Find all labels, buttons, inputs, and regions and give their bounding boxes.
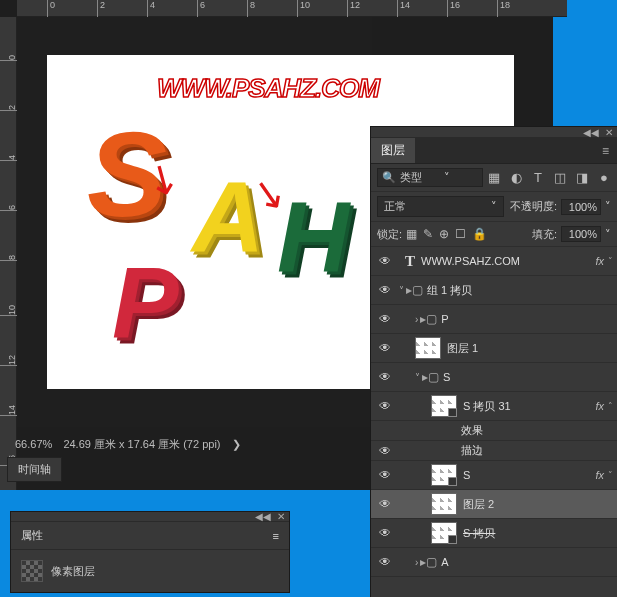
search-icon: 🔍 — [382, 171, 396, 184]
layers-panel: ◀◀ ✕ 图层 ≡ 🔍 ˅ ▦◐T◫◨● 正常 ˅ 不透明度: 100% ˅ 锁… — [370, 126, 617, 597]
filter-type-icon[interactable]: T — [531, 170, 545, 185]
visibility-toggle[interactable]: 👁 — [375, 312, 395, 326]
close-icon[interactable]: ✕ — [605, 127, 613, 138]
lock-option-icon[interactable]: ☐ — [455, 227, 466, 241]
layer-name[interactable]: WWW.PSAHZ.COM — [421, 255, 595, 267]
ruler-tick: 2 — [97, 0, 105, 17]
layer-thumbnail[interactable] — [431, 395, 457, 417]
visibility-toggle[interactable]: 👁 — [375, 399, 395, 413]
properties-title: 属性 — [21, 528, 43, 543]
fill-value[interactable]: 100% — [561, 226, 601, 242]
layer-name[interactable]: 组 1 拷贝 — [427, 283, 617, 298]
filter-type-icon[interactable]: ▦ — [487, 170, 501, 185]
lock-option-icon[interactable]: 🔒 — [472, 227, 487, 241]
layer-row[interactable]: 👁图层 2 — [371, 490, 617, 519]
filter-type-icon[interactable]: ◫ — [553, 170, 567, 185]
expand-toggle[interactable]: ˅ — [415, 372, 420, 383]
opacity-value[interactable]: 100% — [561, 199, 601, 215]
fx-badge[interactable]: fx — [595, 400, 604, 412]
panel-handle[interactable]: ◀◀ ✕ — [371, 127, 617, 138]
smart-object-badge — [448, 477, 457, 486]
folder-icon: ▸▢ — [406, 283, 423, 297]
filter-kind-select[interactable] — [400, 172, 440, 184]
layer-name[interactable]: 图层 1 — [447, 341, 617, 356]
visibility-toggle[interactable]: 👁 — [375, 283, 395, 297]
desktop-background-extra — [553, 0, 617, 126]
close-icon[interactable]: ✕ — [277, 511, 285, 522]
layer-effect-row[interactable]: 效果 — [371, 421, 617, 441]
blend-mode-select[interactable]: 正常 ˅ — [377, 196, 504, 217]
expand-toggle[interactable]: › — [415, 557, 418, 568]
layer-thumbnail[interactable] — [431, 522, 457, 544]
status-chevron[interactable]: ❯ — [232, 438, 241, 450]
layer-name[interactable]: S — [463, 469, 595, 481]
layer-row[interactable]: 👁˅▸▢S — [371, 363, 617, 392]
layer-row[interactable]: 👁图层 1 — [371, 334, 617, 363]
ruler-tick: 6 — [0, 205, 17, 211]
layer-row[interactable]: 👁˅▸▢组 1 拷贝 — [371, 276, 617, 305]
layer-name[interactable]: 图层 2 — [463, 497, 617, 512]
visibility-toggle[interactable]: 👁 — [375, 555, 395, 569]
effect-name: 描边 — [461, 443, 617, 458]
visibility-toggle[interactable]: 👁 — [375, 444, 395, 458]
fx-toggle[interactable]: ˄ — [608, 401, 613, 411]
lock-option-icon[interactable]: ⊕ — [439, 227, 449, 241]
ruler-tick: 10 — [297, 0, 310, 17]
layer-type-thumb — [21, 560, 43, 582]
panel-menu-icon[interactable]: ≡ — [273, 530, 279, 542]
layer-thumbnail[interactable] — [431, 464, 457, 486]
layer-effect-row[interactable]: 👁描边 — [371, 441, 617, 461]
layer-list: 👁TWWW.PSAHZ.COMfx˅👁˅▸▢组 1 拷贝👁›▸▢P👁图层 1👁˅… — [371, 247, 617, 577]
filter-type-icon[interactable]: ◨ — [575, 170, 589, 185]
ruler-tick: 18 — [497, 0, 510, 17]
layer-thumbnail[interactable] — [431, 493, 457, 515]
chevron-down-icon[interactable]: ˅ — [605, 200, 611, 213]
fx-toggle[interactable]: ˅ — [608, 256, 613, 266]
panel-handle[interactable]: ◀◀ ✕ — [11, 512, 289, 522]
layer-row[interactable]: 👁TWWW.PSAHZ.COMfx˅ — [371, 247, 617, 276]
layer-name[interactable]: S 拷贝 — [463, 526, 617, 541]
filter-type-icon[interactable]: ◐ — [509, 170, 523, 185]
lock-option-icon[interactable]: ✎ — [423, 227, 433, 241]
panel-menu-icon[interactable]: ≡ — [602, 144, 609, 158]
fx-toggle[interactable]: ˅ — [608, 470, 613, 480]
layer-row[interactable]: 👁›▸▢A — [371, 548, 617, 577]
layers-tab[interactable]: 图层 — [371, 138, 415, 163]
layer-row[interactable]: 👁S 拷贝 31fx˄ — [371, 392, 617, 421]
layer-name[interactable]: P — [441, 313, 617, 325]
filter-type-icon[interactable]: ● — [597, 170, 611, 185]
layer-name[interactable]: A — [441, 556, 617, 568]
fx-badge[interactable]: fx — [595, 255, 604, 267]
visibility-toggle[interactable]: 👁 — [375, 341, 395, 355]
collapse-icon[interactable]: ◀◀ — [583, 127, 599, 138]
ruler-tick: 12 — [347, 0, 360, 17]
ruler-tick: 0 — [47, 0, 55, 17]
ruler-tick: 14 — [397, 0, 410, 17]
chevron-down-icon[interactable]: ˅ — [605, 228, 611, 241]
timeline-tab[interactable]: 时间轴 — [7, 457, 62, 482]
layer-row[interactable]: 👁Sfx˅ — [371, 461, 617, 490]
ruler-tick: 10 — [0, 305, 17, 316]
collapse-icon[interactable]: ◀◀ — [255, 511, 271, 522]
canvas-area[interactable]: WWW.PSAHZ.COM S A H P ↘ ↘ — [17, 17, 372, 427]
lock-option-icon[interactable]: ▦ — [406, 227, 417, 241]
text-layer-icon: T — [405, 253, 415, 270]
smart-object-badge — [448, 535, 457, 544]
layer-name[interactable]: S — [443, 371, 617, 383]
layer-row[interactable]: 👁›▸▢P — [371, 305, 617, 334]
fx-badge[interactable]: fx — [595, 469, 604, 481]
expand-toggle[interactable]: ˅ — [399, 285, 404, 296]
visibility-toggle[interactable]: 👁 — [375, 370, 395, 384]
layer-thumbnail[interactable] — [415, 337, 441, 359]
visibility-toggle[interactable]: 👁 — [375, 526, 395, 540]
visibility-toggle[interactable]: 👁 — [375, 497, 395, 511]
expand-toggle[interactable]: › — [415, 314, 418, 325]
layer-filter-type[interactable]: 🔍 ˅ — [377, 168, 483, 187]
smart-object-badge — [448, 408, 457, 417]
zoom-level[interactable]: 66.67% — [15, 438, 52, 450]
visibility-toggle[interactable]: 👁 — [375, 254, 395, 268]
visibility-toggle[interactable]: 👁 — [375, 468, 395, 482]
layer-row[interactable]: 👁S 拷贝 — [371, 519, 617, 548]
document-size: 24.69 厘米 x 17.64 厘米 (72 ppi) — [63, 438, 220, 450]
layer-name[interactable]: S 拷贝 31 — [463, 399, 595, 414]
